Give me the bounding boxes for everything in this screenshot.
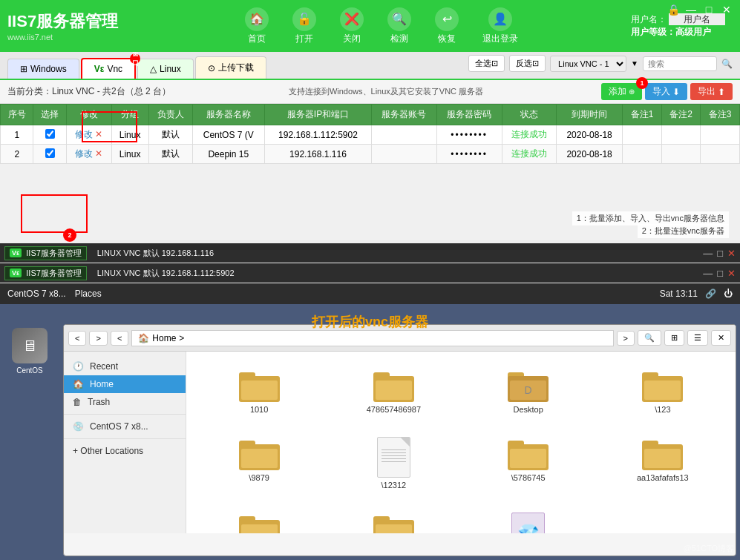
- vnc-close-1[interactable]: ✕: [727, 248, 736, 259]
- lock-icon[interactable]: 🔒: [667, 4, 679, 16]
- file-item-9879[interactable]: \9879: [197, 431, 321, 495]
- centos-label: CentOS: [16, 366, 43, 375]
- linux-desktop: CentOS 7 x8... Places Sat 13:11 🔗 ⏻ 打开后的…: [0, 283, 740, 560]
- cell-status: 连接成功: [502, 125, 556, 145]
- file-label: 1010: [250, 405, 268, 414]
- tab-windows[interactable]: ⊞ Windows: [7, 59, 79, 79]
- cell-check[interactable]: [33, 145, 66, 164]
- close-window-button[interactable]: ✕: [721, 4, 733, 16]
- file-item-478657[interactable]: 478657486987: [332, 363, 455, 420]
- modify-link[interactable]: 修改: [75, 148, 93, 159]
- cell-modify[interactable]: 修改 ✕: [66, 145, 111, 164]
- nav-close-button[interactable]: ❌ 关闭: [331, 4, 373, 48]
- invert-select-button[interactable]: 反选⊡: [509, 55, 546, 72]
- fm-back-button[interactable]: <: [68, 331, 86, 346]
- fm-list-view[interactable]: ☰: [687, 330, 708, 346]
- path-home: Home: [152, 333, 176, 343]
- cell-note2: [661, 145, 701, 164]
- vnc-maximize-1[interactable]: □: [717, 248, 723, 259]
- vnc-minimize-1[interactable]: —: [703, 248, 713, 259]
- col-num: 序号: [1, 105, 33, 125]
- select-all-button[interactable]: 全选⊡: [468, 55, 505, 72]
- cell-check[interactable]: [33, 125, 66, 145]
- logout-icon: 👤: [488, 7, 512, 31]
- modify-link[interactable]: 修改: [75, 129, 93, 139]
- file-item-1010[interactable]: 1010: [197, 363, 321, 420]
- delete-link[interactable]: ✕: [95, 129, 102, 139]
- vnc-controls-1: — □ ✕: [703, 248, 736, 259]
- fm-next-button[interactable]: >: [617, 331, 635, 346]
- file-icon: [377, 437, 410, 478]
- cell-status: 连接成功: [502, 145, 556, 164]
- col-modify: 修改: [66, 105, 111, 125]
- maximize-button[interactable]: □: [703, 4, 715, 16]
- cell-num: 1: [1, 125, 33, 145]
- fm-forward-button[interactable]: >: [89, 331, 107, 346]
- sidebar-item-centos[interactable]: 💿 CentOS 7 x8...: [64, 418, 186, 435]
- power-icon[interactable]: ⏻: [724, 289, 733, 299]
- group-dropdown[interactable]: Linux VNC - 1: [550, 56, 626, 72]
- file-item-5786745[interactable]: \5786745: [467, 431, 590, 495]
- nav-home-button[interactable]: 🏠 首页: [236, 4, 278, 48]
- sidebar-item-recent[interactable]: 🕐 Recent: [64, 358, 186, 375]
- nav-open-button[interactable]: 🔓 打开: [284, 4, 325, 48]
- delete-link[interactable]: ✕: [95, 148, 102, 159]
- desktop-icons: 🖥 CentOS: [7, 328, 52, 380]
- fm-up-button[interactable]: <: [111, 331, 128, 346]
- watermark: @51CTO博客: [684, 543, 734, 554]
- cell-expire: 2020-08-18: [556, 145, 622, 164]
- file-item-desktop[interactable]: D Desktop: [467, 363, 590, 420]
- fm-close-btn[interactable]: ✕: [711, 330, 731, 346]
- applications-menu[interactable]: CentOS 7 x8...: [7, 289, 66, 299]
- tab-actions: 全选⊡ 反选⊡ Linux VNC - 1 ▼ 🔍: [468, 55, 733, 72]
- nav-logout-button[interactable]: 👤 退出登录: [474, 4, 527, 48]
- tab-linux[interactable]: △ Linux: [137, 59, 194, 79]
- sidebar-item-other[interactable]: + Other Locations: [64, 442, 186, 460]
- cell-server-name: CentOS 7 (V: [192, 125, 264, 145]
- upload-icon: ⊙: [208, 63, 215, 73]
- col-note2: 备注2: [661, 105, 701, 125]
- filter-bar: 当前分类：Linux VNC - 共2台（总 2 台） 支持连接到Windows…: [0, 80, 740, 104]
- linux-top-right: Sat 13:11 🔗 ⏻: [660, 289, 733, 299]
- vnc-maximize-2[interactable]: □: [717, 268, 723, 279]
- tab-vnc[interactable]: Vε Vnc 窗口: [81, 58, 136, 79]
- filter-support: 支持连接到Windows、Linux及其它安装了VNC 服务器: [289, 86, 483, 97]
- file-item-123[interactable]: \123: [601, 363, 724, 420]
- search-icon: 🔍: [721, 59, 733, 69]
- file-item-aa13[interactable]: aa13afafafs13: [601, 431, 724, 495]
- search-input[interactable]: [643, 56, 717, 71]
- nav-restore-button[interactable]: ↩ 恢复: [426, 4, 468, 48]
- trash-icon: 🗑: [73, 397, 82, 407]
- file-label: aa13afafafs13: [637, 473, 689, 482]
- file-item-12312[interactable]: \12312: [332, 431, 455, 495]
- file-item-extra1[interactable]: [197, 507, 321, 533]
- row-checkbox[interactable]: [45, 148, 55, 158]
- row-checkbox[interactable]: [45, 129, 55, 139]
- fm-search-toggle[interactable]: 🔍: [638, 330, 661, 346]
- close-icon: ❌: [340, 7, 364, 31]
- col-name: 服务器名称: [192, 105, 264, 125]
- import-button[interactable]: 导入 ⬇: [645, 83, 687, 100]
- vnc-bar-2: Vε IIS7服务器管理 LINUX VNC 默认 192.168.1.112:…: [0, 263, 740, 283]
- nav-detect-button[interactable]: 🔍 检测: [379, 4, 420, 48]
- vnc-close-2[interactable]: ✕: [727, 268, 736, 279]
- dropdown-arrow-icon: ▼: [631, 59, 638, 67]
- places-menu[interactable]: Places: [75, 289, 102, 299]
- file-item-extra2[interactable]: [332, 507, 455, 533]
- tab-upload[interactable]: ⊙ 上传下载: [195, 56, 266, 79]
- file-label: Desktop: [513, 405, 543, 414]
- file-item-gem[interactable]: 💎: [467, 507, 590, 533]
- vnc-minimize-2[interactable]: —: [703, 268, 713, 279]
- folder-icon: [373, 513, 414, 533]
- sidebar-item-home[interactable]: 🏠 Home: [64, 375, 186, 393]
- fm-view-toggle[interactable]: ⊞: [664, 330, 684, 346]
- col-select: 选择: [33, 105, 66, 125]
- minimize-button[interactable]: —: [685, 4, 697, 16]
- cell-modify[interactable]: 修改 ✕: [66, 125, 111, 145]
- add-button[interactable]: 添加 ⊕: [601, 83, 642, 100]
- tab-badge: 窗口: [130, 53, 140, 64]
- export-button[interactable]: 导出 ⬆: [690, 83, 733, 100]
- sidebar-item-trash[interactable]: 🗑 Trash: [64, 393, 186, 411]
- cell-note1: [623, 125, 662, 145]
- col-group: 分组: [111, 105, 148, 125]
